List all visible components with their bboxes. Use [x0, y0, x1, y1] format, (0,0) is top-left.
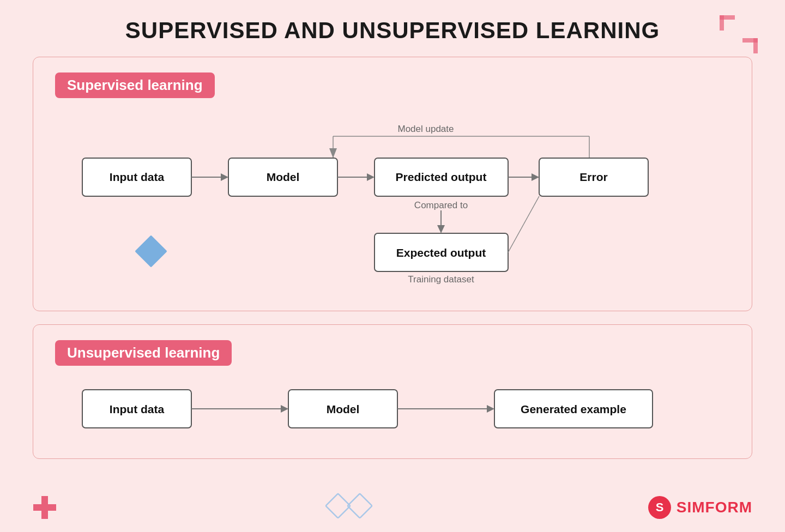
supervised-model-label: Model	[267, 171, 300, 183]
unsupervised-input-label: Input data	[110, 403, 165, 415]
svg-marker-20	[487, 405, 494, 413]
unsupervised-diagram: Input data Model Generated example	[55, 382, 753, 437]
compared-to-label: Compared to	[414, 200, 468, 210]
corner-decoration	[720, 15, 758, 56]
svg-line-16	[508, 196, 539, 252]
supervised-label: Supervised learning	[55, 72, 215, 98]
main-content: Supervised learning Model update Input d…	[0, 57, 785, 459]
predicted-output-label: Predicted output	[396, 171, 487, 183]
diamond-decoration	[135, 235, 167, 267]
model-update-label: Model update	[397, 124, 454, 134]
simform-logo: S SIMFORM	[648, 496, 752, 519]
svg-marker-11	[367, 173, 375, 181]
svg-rect-21	[326, 493, 351, 518]
svg-rect-3	[753, 38, 758, 53]
supervised-section: Supervised learning Model update Input d…	[33, 57, 752, 311]
page-title: SUPERVISED AND UNSUPERVISED LEARNING	[0, 0, 785, 57]
pink-cross-decoration	[33, 495, 57, 519]
unsupervised-section: Unsupervised learning Input data Model G…	[33, 324, 752, 459]
svg-marker-9	[221, 173, 228, 181]
svg-marker-7	[329, 148, 337, 158]
error-label: Error	[579, 171, 607, 183]
svg-marker-15	[437, 225, 445, 233]
svg-marker-13	[532, 173, 539, 181]
double-diamond-decoration	[325, 493, 379, 522]
svg-marker-18	[281, 405, 288, 413]
simform-logo-icon: S	[648, 496, 671, 519]
generated-example-label: Generated example	[521, 403, 626, 415]
expected-output-label: Expected output	[396, 246, 486, 259]
training-dataset-label: Training dataset	[408, 274, 474, 285]
svg-text:S: S	[655, 500, 663, 514]
svg-rect-1	[720, 15, 724, 31]
svg-rect-22	[348, 493, 372, 518]
bottom-bar: S SIMFORM	[0, 483, 785, 532]
cross-vertical	[41, 496, 48, 519]
supervised-input-label: Input data	[110, 171, 165, 183]
unsupervised-label: Unsupervised learning	[55, 340, 232, 366]
supervised-diagram: Model update Input data Model Predicted …	[55, 114, 753, 289]
unsupervised-model-label: Model	[327, 403, 360, 415]
simform-logo-text: SIMFORM	[677, 499, 752, 516]
